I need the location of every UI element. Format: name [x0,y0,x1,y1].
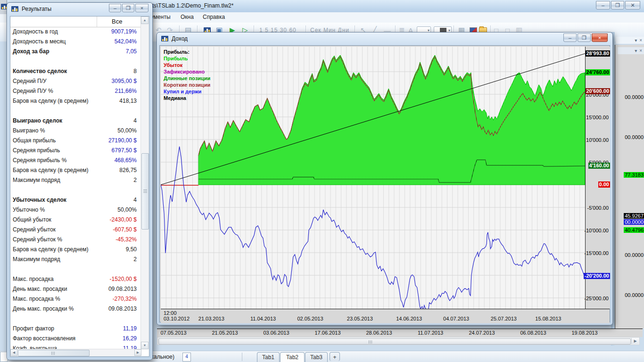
bg-xaxis-tick: 21.05.2013 [212,330,238,336]
row-label: Максимум подряд [13,256,60,263]
table-row: Средний П/У %211,66% [10,86,141,96]
results-minimize-button[interactable]: – [109,4,121,12]
row-label: Баров на сделку (в среднем) [13,167,89,173]
yaxis-value-badge: 0.00 [598,181,610,188]
tab-tab1[interactable]: Tab1 [257,352,280,362]
row-value: 09.08.2013 [108,286,137,292]
table-row: Выиграно %50,00% [10,126,141,136]
table-row: Средний убыток-607,50 $ [10,225,141,235]
row-label: Баров на сделку (в среднем) [13,98,89,104]
background-chart-hscrollbar[interactable]: ▶ [157,337,640,345]
row-label: Средний П/У [13,78,47,84]
main-minimize-button[interactable]: – [596,1,610,9]
table-row: Количество сделок8 [10,66,141,76]
chart-window-icon [161,36,168,41]
chart-close-button[interactable]: × [592,33,608,42]
row-value: 27190,00 $ [108,137,137,144]
row-value: 418,13 [119,98,137,104]
menu-item-ументы[interactable]: ументы [151,14,171,20]
hscroll-thumb[interactable] [18,350,90,356]
bg-xaxis-tick: 11.07.2013 [418,330,443,336]
legend-item: Купил и держи [164,88,210,95]
vscroll-up-arrow[interactable]: ▲ [141,16,149,24]
notebook-icon[interactable]: 4 [182,353,191,362]
row-value: 16,29 [123,335,137,342]
row-label: Выиграно % [13,127,45,134]
xaxis-tick: 15.08.2013 [535,316,561,321]
menu-item-Окна[interactable]: Окна [181,14,194,20]
row-label: Средний убыток [13,226,56,233]
hscroll-right-arrow[interactable]: ▶ [631,338,639,344]
tab-tab3[interactable]: Tab3 [305,352,328,362]
table-row: Выиграно сделок4 [10,116,141,126]
results-vscrollbar[interactable]: ▲ ▼ [140,16,149,349]
chart-client-area: Прибыль:ПрибыльУбытокЗафиксированоДлинны… [159,45,610,322]
row-value: -2430,00 $ [110,216,137,223]
bg-xaxis-tick: 19.08.2013 [571,330,597,336]
legend-item: Прибыль [164,55,210,62]
table-row: Общая прибыль27190,00 $ [10,136,141,146]
main-close-button[interactable]: ✕ [625,1,640,9]
vscroll-down-arrow[interactable]: ▼ [141,342,149,349]
chart-minimize-button[interactable]: – [563,33,577,42]
table-row: День макс. просадки09.08.2013 [10,284,141,294]
background-chart-yaxis: 00.000000.000077.318345.926700.000040.47… [615,45,644,329]
row-value: 2 [133,256,137,263]
results-maximize-button[interactable]: ❐ [122,4,134,12]
bg-xaxis-tick: 24.07.2013 [469,330,495,336]
hscroll-left-arrow[interactable]: ◀ [10,349,17,356]
chart-maximize-button[interactable]: ❐ [578,33,591,42]
menu-item-Справка[interactable]: Справка [203,14,225,20]
tab-tab2[interactable]: Tab2 [280,352,305,362]
results-close-button[interactable]: × [135,4,149,12]
main-maximize-button[interactable]: ❐ [611,1,624,9]
chart-legend: Прибыль:ПрибыльУбытокЗафиксированоДлинны… [164,49,210,101]
row-label: Фактор восстановления [13,335,75,342]
row-value: 50,00% [117,127,137,134]
table-row: Доходность в год9007,19% [10,27,141,37]
table-row [10,185,141,195]
legend-item: Прибыль: [164,49,210,55]
dock-panel-header: ▾× [616,37,644,44]
bg-xaxis-tick: 03.06.2013 [263,330,289,336]
row-value: 826,75 [119,167,137,173]
bg-yaxis-label: 40.4796 [624,227,644,233]
table-row: Максимум подряд2 [10,175,141,185]
row-value: 11,19 [123,325,137,332]
yaxis-value-badge: 20'600.00 [586,88,611,94]
chart-titlebar[interactable]: Доход [157,33,612,45]
profit-plot[interactable]: Прибыль:ПрибыльУбытокЗафиксированоДлинны… [161,47,585,309]
legend-item: Длинные позиции [164,75,210,82]
hscroll-thumb[interactable] [158,338,631,345]
yaxis-value-badge: 24'760.00 [586,69,611,75]
results-window-icon [11,6,18,12]
main-window-title: nts\TSLab 1.2\Demo_Finam.tlw2* [149,2,233,9]
hscroll-right-arrow[interactable]: ▶ [134,349,141,356]
row-value: 542,04% [115,38,137,45]
results-hscrollbar[interactable]: ◀ ▶ [10,349,141,356]
yaxis-tick: -25'000.00 [584,296,609,301]
table-row [10,57,141,66]
panel-menu-icon[interactable]: ▾ [635,48,637,53]
chart-yaxis[interactable]: 20'000.0015'000.0010'000.005'000.00-5'00… [585,47,610,309]
chart-xaxis[interactable]: 12:0003.10.2012 21.03.201311.04.201302.0… [161,309,610,323]
table-row: Макс. просадка-1520,00 $ [10,274,141,284]
results-table: Все Доходность в год9007,19%Доходность в… [10,16,149,357]
row-value: -270,32% [113,296,137,302]
screen: nts\TSLab 1.2\Demo_Finam.tlw2* – ❐ ✕ уме… [0,0,644,362]
legend-item: Медиана [164,95,210,101]
vscroll-thumb[interactable] [141,153,149,230]
row-label: Доход за бар [13,48,49,55]
column-header-all[interactable]: Все [112,18,122,25]
panel-close-icon[interactable]: × [639,38,642,43]
add-tab-button[interactable]: + [330,352,340,361]
bg-xaxis-tick: 07.05.2013 [160,330,186,336]
panel-menu-icon[interactable]: ▾ [635,38,637,43]
xaxis-tick: 02.05.2013 [297,316,323,321]
row-value: 8 [133,68,137,74]
panel-close-icon[interactable]: × [639,48,642,53]
bg-xaxis-tick: 28.06.2013 [366,330,392,336]
row-label: Убыточных сделок [13,197,66,203]
bg-yaxis-label: 77.3183 [624,172,644,178]
row-label: Выиграно сделок [13,117,62,124]
